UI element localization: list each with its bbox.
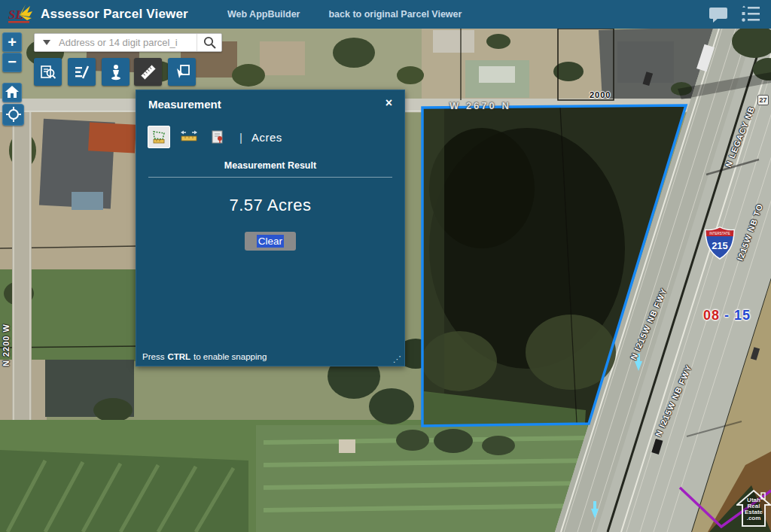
clear-button[interactable]: Clear (245, 232, 296, 251)
map-label-house-number: 2000 (590, 90, 611, 99)
edit-lines-icon (74, 64, 90, 81)
assessor-parcel-viewer-app: W 2670 N 2000 N LEGACY NB 27 I215W NB TO… (0, 0, 771, 532)
unit-dropdown[interactable]: Acres (251, 131, 282, 144)
search-source-dropdown[interactable] (35, 34, 59, 51)
chat-bubble-icon[interactable] (708, 5, 729, 23)
menu-list-icon[interactable] (741, 5, 760, 23)
attribute-search-icon (40, 64, 56, 81)
select-parcel-tool-button[interactable] (168, 58, 196, 86)
map-label-street: W 2670 N (449, 100, 511, 111)
measurement-panel-title: Measurement (136, 90, 404, 111)
map-label-mile-marker: 08 - 15 (703, 308, 751, 324)
select-parcel-icon (174, 64, 190, 81)
distance-measure-icon (180, 129, 198, 144)
svg-text:INTERSTATE: INTERSTATE (709, 232, 730, 236)
nav-web-appbuilder[interactable]: Web AppBuilder (227, 9, 300, 20)
area-measure-icon (151, 129, 167, 145)
svg-text:215: 215 (712, 240, 728, 251)
measurement-panel: Measurement × (136, 90, 405, 366)
close-icon[interactable]: × (382, 95, 395, 111)
attribute-search-tool-button[interactable] (34, 58, 62, 86)
home-extent-button[interactable] (2, 83, 22, 102)
caret-down-icon (43, 40, 50, 45)
mile-right: 15 (734, 308, 751, 323)
streetview-tool-button[interactable] (102, 58, 130, 86)
distance-measure-button[interactable] (179, 127, 199, 147)
search-bar (34, 33, 222, 52)
slco-logo: SL (6, 3, 33, 26)
zoom-in-button[interactable]: + (2, 32, 22, 52)
map-label-n2200w: N 2200 W (2, 324, 11, 366)
interstate-215-shield-icon: INTERSTATE 215 (705, 226, 735, 260)
app-header: SL Assessor Parcel Viewer Web AppBuilder… (0, 0, 771, 29)
my-location-button[interactable] (2, 104, 24, 126)
measurement-result-value: 7.57 Acres (136, 196, 404, 215)
zoom-out-button[interactable]: − (2, 53, 22, 72)
measurement-tool-row: | Acres (148, 126, 404, 148)
route-27-shield: 27 (757, 95, 769, 105)
panel-resize-handle[interactable]: ⋰ (393, 354, 401, 364)
snapping-hint: PressCTRLto enable snapping (142, 352, 267, 361)
measurement-tool-button[interactable] (134, 58, 162, 86)
draw-edit-tool-button[interactable] (68, 58, 96, 86)
measurement-result-heading: Measurement Result (136, 160, 404, 171)
search-input[interactable] (59, 34, 197, 51)
location-measure-icon (210, 129, 225, 145)
svg-text:SL: SL (8, 8, 23, 22)
nav-back-to-original[interactable]: back to original Parcel Viewer (328, 9, 462, 20)
area-measure-button[interactable] (148, 126, 170, 148)
location-measure-button[interactable] (208, 127, 227, 147)
panel-divider (148, 177, 392, 178)
mile-sep: - (724, 308, 730, 323)
search-submit-button[interactable] (197, 34, 221, 51)
mile-left: 08 (703, 308, 720, 323)
app-title: Assessor Parcel Viewer (41, 7, 188, 22)
crosshair-icon (6, 107, 21, 122)
utah-real-estate-watermark: Utah Real Estate .com (736, 488, 771, 527)
house-icon (5, 86, 19, 99)
magnifier-icon (203, 36, 216, 49)
ruler-icon (139, 63, 157, 81)
clear-button-label: Clear (257, 235, 284, 248)
unit-separator: | (239, 131, 242, 144)
streetview-pegman-icon (108, 64, 124, 81)
